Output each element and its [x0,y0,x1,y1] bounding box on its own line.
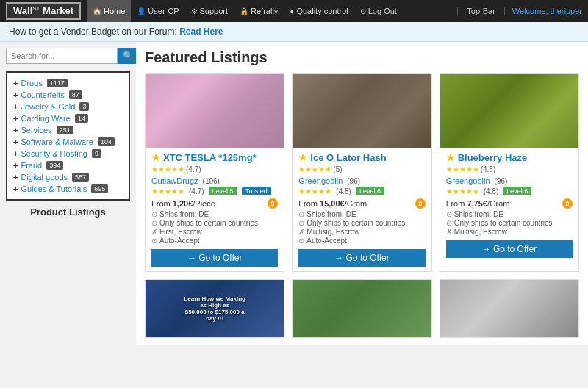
badge-row-3: ★★★★★ (4.8) Level 6 [446,187,573,195]
seller-count-1: (106) [203,177,220,185]
seller-count-2: (96) [347,177,360,185]
top-bar: WallST Market 🏠 Home 👤 User-CP ⚙ Support… [0,0,588,22]
seller-stars-1: ★★★★★ [151,187,184,195]
price-row-3: From 7,75€/Gram ₿ [446,198,573,209]
seller-row-1: OutlawDrugz (106) [151,176,278,185]
bottom-card-2[interactable] [292,279,431,338]
seller-row-2: Greengoblin (96) [298,176,425,185]
ships-from-1: ⊙ Ships from: DE [151,210,278,218]
stars-row-3: ★★★★★ (4.8) [446,165,573,173]
stars-3: ★★★★★ [446,165,479,173]
listing-card-1: ★ XTC TESLA *125mg* ★★★★★ (4.7) OutlawDr… [145,73,284,272]
user-icon: 👤 [137,7,146,15]
product-listings-label: Product Listings [6,206,130,218]
rating-1: (4.7) [186,165,201,173]
rating-3: (4.8) [481,165,496,173]
listing-image-1 [146,74,284,148]
support-icon: ⚙ [191,7,198,15]
topbar-label: Top-Bar [457,7,505,15]
category-jewelry-gold[interactable]: + Jewelry & Gold 3 [13,101,123,112]
category-services[interactable]: + Services 251 [13,124,123,136]
ships-to-3: ⊙ Only ships to certain countries [446,219,573,227]
seller-count-3: (96) [495,177,508,185]
listing-card-2: ★ Ice O Lator Hash ★★★★★ (5) Greengoblin… [292,73,431,272]
category-digital-goods[interactable]: + Digital goods 587 [13,171,123,183]
listings-grid: ★ XTC TESLA *125mg* ★★★★★ (4.7) OutlawDr… [145,73,579,272]
logo-sup: ST [32,5,40,12]
quality-icon: ● [290,7,294,15]
go-offer-button-2[interactable]: → Go to Offer [298,249,425,267]
stars-2: ★★★★★ [298,165,331,173]
category-drugs[interactable]: + Drugs 1117 [13,77,123,89]
nav-user-cp[interactable]: 👤 User-CP [131,0,184,22]
search-input[interactable] [6,48,118,64]
category-security-hosting[interactable]: + Security & Hosting 9 [13,148,123,159]
auto-accept-2: ⊙ Auto-Accept [298,237,425,245]
auto-accept-1: ⊙ Auto-Accept [151,237,278,245]
price-row-1: From 1,20€/Piece ₿ [151,198,278,209]
listing-title-3: ★ Blueberry Haze [446,152,573,163]
escrow-3: ✗ Multisig, Escrow [446,228,573,236]
seller-stars-2: ★★★★★ [298,187,331,195]
star-icon-1: ★ [151,152,160,163]
level-badge-1: Level 5 [209,187,237,195]
logo[interactable]: WallST Market [6,2,81,19]
nav-logout[interactable]: ⊙ Log Out [354,0,403,22]
star-icon-3: ★ [446,152,455,163]
ships-from-3: ⊙ Ships from: DE [446,210,573,218]
escrow-1: ✗ First, Escrow [151,228,278,236]
welcome-text: Welcome, theripper [505,7,582,15]
category-box: + Drugs 1117 + Counterfeits 87 + Jewelry… [6,71,130,201]
escrow-2: ✗ Multisig, Escrow [298,228,425,236]
nav-refrally[interactable]: 🔒 Refrally [234,0,284,22]
stars-1: ★★★★★ [151,165,184,173]
main-layout: 🔍 + Drugs 1117 + Counterfeits 87 + Jewel… [0,42,588,345]
nav-quality-control[interactable]: ● Quality control [284,0,354,22]
vendor-bar: How to get a Vendor Badget on our Forum:… [0,22,588,42]
home-icon: 🏠 [93,7,101,15]
stars-row-1: ★★★★★ (4.7) [151,165,278,173]
seller-row-3: Greengoblin (96) [446,176,573,185]
listing-title-2: ★ Ice O Lator Hash [298,152,425,163]
stars-row-2: ★★★★★ (5) [298,165,425,173]
star-icon-2: ★ [298,152,307,163]
listing-image-2 [293,74,431,148]
refrally-icon: 🔒 [240,7,248,15]
category-carding-ware[interactable]: + Carding Ware 14 [13,112,123,124]
main-content: Featured Listings ★ XTC TESLA *125mg* ★★… [136,42,588,345]
rating-2: (5) [333,165,342,173]
btc-icon-3: ₿ [562,198,573,209]
ships-from-2: ⊙ Ships from: DE [298,210,425,218]
badge-row-2: ★★★★★ (4.8) Level 6 [298,187,425,195]
nav-home[interactable]: 🏠 Home [87,0,131,22]
listing-title-1: ★ XTC TESLA *125mg* [151,152,278,163]
go-offer-button-3[interactable]: → Go to Offer [446,240,573,258]
seller-name-1[interactable]: OutlawDrugz [151,176,198,185]
nav-support[interactable]: ⚙ Support [185,0,234,22]
logout-icon: ⊙ [360,7,366,15]
listing-image-3 [440,74,578,148]
trusted-badge-1: Trusted [242,187,271,195]
price-text-3: From 7,75€/Gram [446,199,510,208]
featured-title: Featured Listings [145,49,579,66]
listing-body-2: ★ Ice O Lator Hash ★★★★★ (5) Greengoblin… [293,148,431,271]
price-row-2: From 15,00€/Gram ₿ [298,198,425,209]
vendor-read-here-link[interactable]: Read Here [179,26,223,37]
price-text-2: From 15,00€/Gram [298,199,367,208]
bottom-card-1[interactable]: Learn How we Makingas High as$50,000 to … [145,279,284,338]
category-software-malware[interactable]: + Software & Malware 104 [13,136,123,148]
ships-to-2: ⊙ Only ships to certain countries [298,219,425,227]
category-counterfeits[interactable]: + Counterfeits 87 [13,89,123,101]
category-fraud[interactable]: + Fraud 394 [13,159,123,171]
seller-name-3[interactable]: Greengoblin [446,176,490,185]
bottom-overlay-text: Learn How we Makingas High as$50,000 to … [180,295,249,322]
go-offer-button-1[interactable]: → Go to Offer [151,249,278,267]
search-bar-container: 🔍 [6,48,130,64]
bottom-card-3[interactable] [440,279,579,338]
listing-body-3: ★ Blueberry Haze ★★★★★ (4.8) Greengoblin… [440,148,578,262]
btc-icon-2: ₿ [415,198,426,209]
listing-body-1: ★ XTC TESLA *125mg* ★★★★★ (4.7) OutlawDr… [146,148,284,271]
category-guides-tutorials[interactable]: + Guides & Tutorials 695 [13,183,123,195]
seller-name-2[interactable]: Greengoblin [298,176,343,185]
bottom-row: Learn How we Makingas High as$50,000 to … [145,279,579,338]
